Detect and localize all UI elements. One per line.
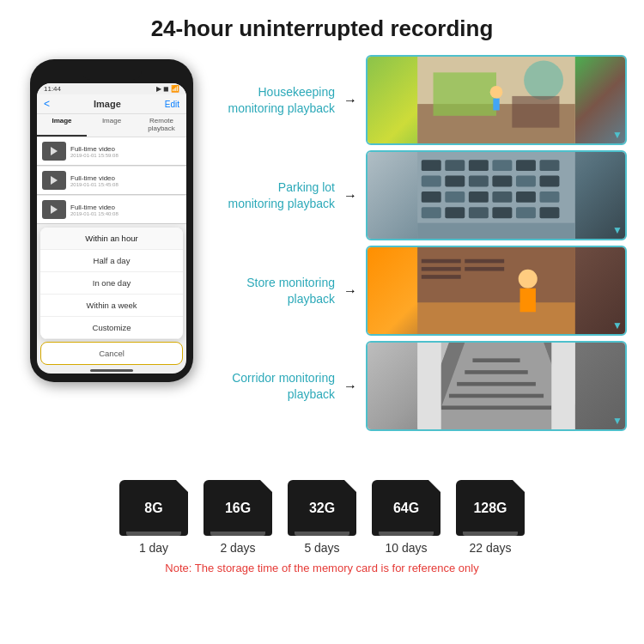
- svg-rect-11: [492, 160, 512, 171]
- monitoring-housekeeping: Housekeepingmonitoring playback →: [215, 55, 627, 145]
- svg-rect-17: [492, 176, 512, 187]
- svg-rect-12: [516, 160, 536, 171]
- svg-rect-13: [540, 160, 560, 171]
- svg-rect-23: [492, 191, 512, 203]
- phone-status-icons: ▶ ◼ 📶: [156, 85, 179, 93]
- svg-rect-51: [417, 343, 441, 429]
- svg-point-3: [524, 61, 563, 100]
- storage-days-32g: 5 days: [304, 541, 339, 555]
- monitoring-img-parking: ▼: [366, 150, 627, 240]
- sd-card-notch: [210, 532, 265, 536]
- storage-card-128g: 128G 22 days: [456, 480, 525, 555]
- svg-rect-20: [422, 191, 441, 203]
- storage-days-8g: 1 day: [139, 541, 168, 555]
- svg-rect-28: [469, 207, 489, 218]
- video-type: Full-time video: [70, 174, 118, 182]
- dropdown-item-within-week[interactable]: Within a week: [40, 295, 183, 317]
- corner-arrow-icon: ▼: [612, 129, 623, 141]
- video-thumbnail: [42, 171, 66, 190]
- svg-rect-10: [469, 160, 489, 171]
- video-type: Full-time video: [70, 145, 118, 153]
- phone-edit-button[interactable]: Edit: [165, 100, 179, 109]
- monitoring-label-housekeeping: Housekeepingmonitoring playback: [215, 84, 335, 115]
- svg-rect-21: [445, 191, 465, 203]
- phone-notch: [82, 68, 142, 80]
- dropdown-item-one-day[interactable]: In one day: [40, 272, 183, 295]
- svg-rect-37: [422, 275, 461, 279]
- video-date: 2019-01-01 15:59:08: [70, 153, 118, 158]
- svg-rect-25: [540, 191, 560, 203]
- video-date: 2019-01-01 15:40:08: [70, 211, 118, 216]
- dropdown-item-customize[interactable]: Customize: [40, 317, 183, 339]
- svg-rect-29: [492, 207, 512, 218]
- list-item[interactable]: Full-time video 2019-01-01 15:45:08: [37, 167, 186, 195]
- page-header: 24-hour uninterrupted recording: [0, 0, 644, 51]
- svg-rect-8: [422, 160, 441, 171]
- storage-days-64g: 10 days: [385, 541, 427, 555]
- svg-rect-18: [516, 176, 536, 187]
- storage-note: Note: The storage time of the memory car…: [165, 562, 478, 574]
- svg-rect-46: [441, 405, 552, 410]
- corner-arrow-icon: ▼: [612, 319, 623, 331]
- storage-days-16g: 2 days: [220, 541, 255, 555]
- arrow-parking: →: [343, 188, 357, 204]
- svg-rect-36: [422, 267, 461, 271]
- phone-tab-image[interactable]: Image: [37, 114, 87, 137]
- phone-status-bar: 11:44 ▶ ◼ 📶: [37, 83, 186, 94]
- svg-rect-26: [422, 207, 441, 218]
- monitoring-section: Housekeepingmonitoring playback →: [215, 51, 627, 471]
- dropdown-item-within-hour[interactable]: Within an hour: [40, 228, 183, 250]
- video-info: Full-time video 2019-01-01 15:40:08: [70, 204, 118, 216]
- list-item[interactable]: Full-time video 2019-01-01 15:40:08: [37, 196, 186, 224]
- storage-section: 8G 1 day 16G 2 days 32G 5 days 64G: [0, 471, 644, 579]
- play-icon: [51, 176, 58, 185]
- housekeeping-photo: [368, 57, 625, 143]
- svg-rect-47: [449, 394, 544, 398]
- sd-card-32g: 32G: [288, 480, 356, 536]
- page-title: 24-hour uninterrupted recording: [9, 15, 635, 42]
- phone-tab-image2[interactable]: Image: [87, 114, 137, 137]
- monitoring-img-store: ▼: [366, 246, 627, 336]
- arrow-store: →: [343, 283, 357, 299]
- video-info: Full-time video 2019-01-01 15:45:08: [70, 174, 118, 187]
- svg-rect-4: [512, 96, 559, 128]
- sd-card-label-128g: 128G: [473, 501, 507, 516]
- phone-section: 11:44 ▶ ◼ 📶 < Image Edit Image Image Rem…: [17, 51, 206, 471]
- svg-rect-14: [422, 176, 441, 187]
- storage-card-8g: 8G 1 day: [119, 480, 188, 555]
- sd-card-label-16g: 16G: [225, 501, 251, 516]
- arrow-housekeeping: →: [343, 93, 357, 108]
- dropdown-item-half-day[interactable]: Half a day: [40, 250, 183, 272]
- sd-card-128g: 128G: [456, 480, 525, 536]
- corridor-photo: [368, 343, 625, 429]
- svg-rect-35: [422, 259, 461, 264]
- monitoring-label-parking: Parking lotmonitoring playback: [215, 179, 335, 210]
- phone-tabs: Image Image Remote playback: [37, 114, 186, 137]
- svg-rect-34: [417, 247, 575, 302]
- phone-mockup: 11:44 ▶ ◼ 📶 < Image Edit Image Image Rem…: [30, 59, 193, 382]
- storage-days-128g: 22 days: [469, 541, 511, 555]
- video-thumbnail: [42, 142, 66, 161]
- sd-card-notch: [295, 532, 349, 536]
- phone-nav-bar: < Image Edit: [37, 94, 186, 114]
- sd-card-8g: 8G: [119, 480, 188, 536]
- monitoring-store: Store monitoringplayback →: [215, 246, 627, 336]
- dropdown-cancel-button[interactable]: Cancel: [40, 342, 183, 365]
- phone-screen: 11:44 ▶ ◼ 📶 < Image Edit Image Image Rem…: [37, 83, 186, 374]
- svg-point-5: [490, 86, 503, 99]
- storage-cards: 8G 1 day 16G 2 days 32G 5 days 64G: [119, 480, 525, 555]
- svg-rect-49: [465, 370, 527, 374]
- monitoring-label-corridor: Corridor monitoringplayback: [215, 370, 335, 401]
- phone-back-button[interactable]: <: [44, 98, 50, 110]
- parking-photo: [368, 152, 625, 239]
- corner-arrow-icon: ▼: [612, 415, 623, 427]
- phone-home-indicator: [90, 369, 133, 372]
- video-info: Full-time video 2019-01-01 15:59:08: [70, 145, 118, 158]
- main-content: 11:44 ▶ ◼ 📶 < Image Edit Image Image Rem…: [0, 51, 644, 471]
- svg-rect-6: [493, 99, 499, 111]
- list-item[interactable]: Full-time video 2019-01-01 15:59:08: [37, 137, 186, 166]
- phone-tab-remote[interactable]: Remote playback: [137, 114, 186, 137]
- monitoring-img-housekeeping: ▼: [366, 55, 627, 145]
- play-icon: [51, 205, 58, 214]
- svg-rect-41: [520, 289, 536, 313]
